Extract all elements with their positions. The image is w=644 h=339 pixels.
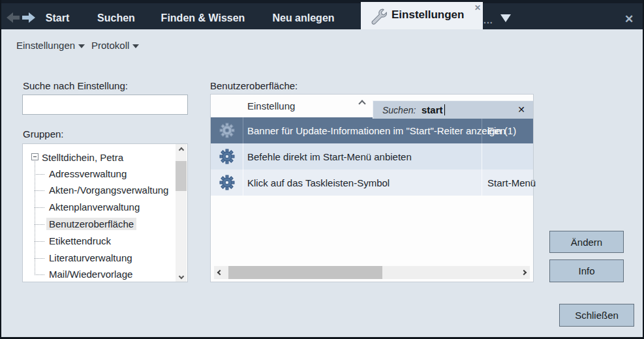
- scroll-up-icon[interactable]: [176, 144, 187, 155]
- tree-item-adressverwaltung[interactable]: Adressverwaltung: [46, 168, 129, 180]
- column-header-einstellung[interactable]: Einstellung: [247, 100, 295, 111]
- tree-item-literaturverwaltung[interactable]: Literaturverwaltung: [46, 252, 135, 264]
- chevron-down-icon: [132, 44, 139, 48]
- tab-start[interactable]: Start: [46, 12, 69, 24]
- tab-finden-wissen[interactable]: Finden & Wissen: [161, 12, 245, 24]
- setting-value: Ein (1): [482, 117, 533, 143]
- sort-ascending-icon[interactable]: [358, 100, 365, 107]
- text-cursor: [444, 104, 445, 115]
- settings-window: Start Suchen Finden & Wissen Neu anlegen…: [0, 0, 644, 339]
- tab-suchen[interactable]: Suchen: [97, 12, 135, 24]
- table-row[interactable]: Befehle direkt im Start-Menü anbieten: [211, 143, 533, 170]
- tree-item-aktenverwaltung[interactable]: Akten-/Vorgangsverwaltung: [46, 184, 171, 196]
- table-horizontal-scrollbar[interactable]: [214, 266, 530, 279]
- search-setting-label: Suche nach Einstellung:: [23, 80, 128, 91]
- menu-protokoll-label: Protokoll: [91, 40, 129, 51]
- setting-name: Banner für Update-Informationen im "Star…: [247, 117, 506, 143]
- tree-line: [35, 190, 44, 191]
- settings-search-value: start: [422, 104, 443, 115]
- setting-name: Klick auf das Taskleisten-Symbol: [247, 170, 390, 196]
- settings-table: Einstellung Suchen: start ✕: [210, 94, 534, 282]
- tab-einstellungen-active[interactable]: Einstellungen ✕: [361, 2, 483, 29]
- tree-scrollbar[interactable]: [176, 144, 187, 282]
- tree-line: [35, 224, 44, 225]
- tree-item-mail-wiedervorlage[interactable]: Mail/Wiedervorlage: [46, 268, 135, 280]
- aendern-button[interactable]: Ändern: [549, 231, 624, 253]
- setting-value: [482, 143, 533, 170]
- tab-close-icon[interactable]: ✕: [474, 3, 481, 12]
- search-setting-input[interactable]: [22, 95, 188, 115]
- gear-icon: [211, 170, 243, 196]
- tree-line: [35, 207, 44, 208]
- clear-search-icon[interactable]: ✕: [517, 104, 525, 115]
- window-body: Einstellungen Protokoll Suche nach Einst…: [1, 29, 643, 337]
- table-row[interactable]: Banner für Update-Informationen im "Star…: [211, 117, 533, 143]
- gear-icon: [211, 117, 243, 143]
- nav-forward-icon[interactable]: [22, 12, 36, 23]
- tree-line: [35, 274, 44, 275]
- menu-einstellungen[interactable]: Einstellungen: [16, 40, 85, 51]
- tree-line: [35, 258, 44, 259]
- tab-overflow-ellipsis[interactable]: ...: [483, 15, 493, 25]
- scroll-left-icon[interactable]: [214, 266, 226, 279]
- nav-back-icon[interactable]: [6, 12, 20, 23]
- menu-einstellungen-label: Einstellungen: [16, 40, 75, 51]
- tree-item-etikettendruck[interactable]: Etikettendruck: [46, 235, 114, 247]
- settings-search-input[interactable]: Suchen: start ✕: [373, 100, 533, 119]
- setting-name: Befehle direkt im Start-Menü anbieten: [247, 143, 412, 170]
- chevron-down-icon: [78, 44, 85, 48]
- gear-icon: [211, 143, 243, 170]
- wrench-icon: [369, 7, 387, 25]
- tree-item-benutzeroberflaeche[interactable]: Benutzeroberfläche: [46, 218, 136, 230]
- horizontal-scrollbar-thumb[interactable]: [228, 266, 382, 279]
- tab-dropdown-icon[interactable]: [500, 14, 511, 22]
- settings-group-title: Benutzeroberfläche:: [210, 80, 298, 91]
- tree-line: [35, 174, 44, 175]
- scroll-down-icon[interactable]: [176, 271, 187, 282]
- tree-line: [35, 241, 44, 242]
- title-bar: Start Suchen Finden & Wissen Neu anlegen…: [0, 0, 644, 29]
- schliessen-button[interactable]: Schließen: [559, 304, 634, 327]
- groups-label: Gruppen:: [23, 128, 64, 140]
- window-close-icon[interactable]: ✕: [624, 12, 634, 26]
- tab-neu-anlegen[interactable]: Neu anlegen: [272, 12, 334, 24]
- table-row[interactable]: Klick auf das Taskleisten-Symbol Start-M…: [211, 170, 533, 196]
- groups-tree: Stelltdichein, Petra Adressverwaltung Ak…: [22, 143, 188, 282]
- menu-protokoll[interactable]: Protokoll: [91, 40, 139, 51]
- scroll-right-icon[interactable]: [518, 266, 530, 279]
- setting-value: Start-Menü: [482, 170, 533, 196]
- active-tab-label: Einstellungen: [391, 8, 464, 22]
- tree-scrollbar-thumb[interactable]: [176, 161, 187, 191]
- settings-search-label: Suchen:: [382, 105, 416, 115]
- tree-collapse-icon[interactable]: [31, 153, 38, 160]
- info-button[interactable]: Info: [549, 259, 624, 282]
- tree-root-item[interactable]: Stelltdichein, Petra: [42, 152, 123, 163]
- tree-item-aktenplanverwaltung[interactable]: Aktenplanverwaltung: [46, 201, 142, 213]
